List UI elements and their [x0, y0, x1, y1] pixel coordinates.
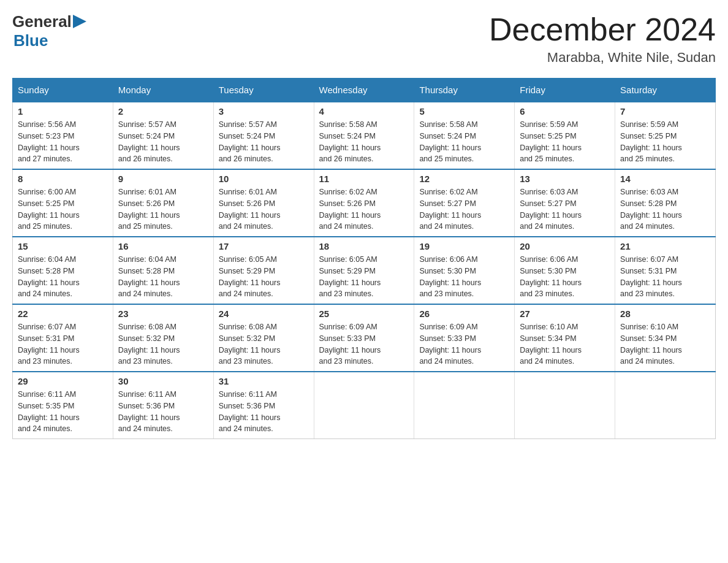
day-number: 2	[118, 106, 208, 117]
week-row-3: 15 Sunrise: 6:04 AM Sunset: 5:28 PM Dayl…	[13, 237, 716, 304]
calendar-cell: 25 Sunrise: 6:09 AM Sunset: 5:33 PM Dayl…	[314, 304, 414, 372]
calendar-cell: 13 Sunrise: 6:03 AM Sunset: 5:27 PM Dayl…	[515, 169, 615, 237]
day-info: Sunrise: 5:59 AM Sunset: 5:25 PM Dayligh…	[520, 119, 610, 165]
calendar-cell: 10 Sunrise: 6:01 AM Sunset: 5:26 PM Dayl…	[213, 169, 314, 237]
day-number: 7	[620, 106, 710, 117]
day-info: Sunrise: 6:11 AM Sunset: 5:36 PM Dayligh…	[118, 389, 208, 435]
page-header: General Blue December 2024 Marabba, Whit…	[12, 12, 716, 66]
location-subtitle: Marabba, White Nile, Sudan	[489, 50, 716, 66]
calendar-cell: 22 Sunrise: 6:07 AM Sunset: 5:31 PM Dayl…	[13, 304, 113, 372]
day-number: 20	[520, 241, 610, 251]
day-number: 16	[118, 241, 208, 251]
day-number: 9	[118, 174, 208, 184]
header-monday: Monday	[113, 79, 213, 102]
day-number: 15	[18, 241, 108, 251]
day-info: Sunrise: 6:05 AM Sunset: 5:29 PM Dayligh…	[319, 254, 409, 300]
day-info: Sunrise: 5:56 AM Sunset: 5:23 PM Dayligh…	[18, 119, 108, 165]
calendar-cell	[314, 372, 414, 439]
day-info: Sunrise: 6:06 AM Sunset: 5:30 PM Dayligh…	[520, 254, 610, 300]
day-number: 10	[219, 174, 309, 184]
calendar-cell: 9 Sunrise: 6:01 AM Sunset: 5:26 PM Dayli…	[113, 169, 213, 237]
day-number: 25	[319, 308, 409, 319]
day-info: Sunrise: 6:01 AM Sunset: 5:26 PM Dayligh…	[219, 186, 309, 232]
day-number: 30	[118, 376, 208, 386]
day-number: 13	[520, 174, 610, 184]
svg-marker-0	[73, 15, 86, 28]
day-info: Sunrise: 6:11 AM Sunset: 5:36 PM Dayligh…	[219, 389, 309, 435]
day-number: 27	[520, 308, 610, 319]
calendar-cell: 20 Sunrise: 6:06 AM Sunset: 5:30 PM Dayl…	[515, 237, 615, 304]
calendar-cell	[515, 372, 615, 439]
calendar-cell: 21 Sunrise: 6:07 AM Sunset: 5:31 PM Dayl…	[615, 237, 716, 304]
day-number: 3	[219, 106, 309, 117]
day-info: Sunrise: 6:10 AM Sunset: 5:34 PM Dayligh…	[520, 321, 610, 367]
day-number: 29	[18, 376, 108, 386]
calendar-cell: 19 Sunrise: 6:06 AM Sunset: 5:30 PM Dayl…	[414, 237, 515, 304]
week-row-4: 22 Sunrise: 6:07 AM Sunset: 5:31 PM Dayl…	[13, 304, 716, 372]
calendar-cell: 8 Sunrise: 6:00 AM Sunset: 5:25 PM Dayli…	[13, 169, 113, 237]
calendar-cell: 26 Sunrise: 6:09 AM Sunset: 5:33 PM Dayl…	[414, 304, 515, 372]
day-info: Sunrise: 6:01 AM Sunset: 5:26 PM Dayligh…	[118, 186, 208, 232]
day-info: Sunrise: 6:02 AM Sunset: 5:27 PM Dayligh…	[419, 186, 509, 232]
month-year-title: December 2024	[489, 12, 716, 47]
week-row-5: 29 Sunrise: 6:11 AM Sunset: 5:35 PM Dayl…	[13, 372, 716, 439]
day-info: Sunrise: 6:08 AM Sunset: 5:32 PM Dayligh…	[118, 321, 208, 367]
week-row-1: 1 Sunrise: 5:56 AM Sunset: 5:23 PM Dayli…	[13, 102, 716, 169]
header-thursday: Thursday	[414, 79, 515, 102]
day-info: Sunrise: 6:03 AM Sunset: 5:27 PM Dayligh…	[520, 186, 610, 232]
day-number: 18	[319, 241, 409, 251]
calendar-cell: 11 Sunrise: 6:02 AM Sunset: 5:26 PM Dayl…	[314, 169, 414, 237]
calendar-cell: 14 Sunrise: 6:03 AM Sunset: 5:28 PM Dayl…	[615, 169, 716, 237]
calendar-cell: 3 Sunrise: 5:57 AM Sunset: 5:24 PM Dayli…	[213, 102, 314, 169]
day-info: Sunrise: 6:02 AM Sunset: 5:26 PM Dayligh…	[319, 186, 409, 232]
day-number: 23	[118, 308, 208, 319]
day-info: Sunrise: 6:00 AM Sunset: 5:25 PM Dayligh…	[18, 186, 108, 232]
day-info: Sunrise: 6:08 AM Sunset: 5:32 PM Dayligh…	[219, 321, 309, 367]
day-info: Sunrise: 5:57 AM Sunset: 5:24 PM Dayligh…	[219, 119, 309, 165]
header-tuesday: Tuesday	[213, 79, 314, 102]
header-friday: Friday	[515, 79, 615, 102]
calendar-cell: 15 Sunrise: 6:04 AM Sunset: 5:28 PM Dayl…	[13, 237, 113, 304]
calendar-cell: 18 Sunrise: 6:05 AM Sunset: 5:29 PM Dayl…	[314, 237, 414, 304]
day-number: 4	[319, 106, 409, 117]
day-info: Sunrise: 6:04 AM Sunset: 5:28 PM Dayligh…	[18, 254, 108, 300]
logo: General Blue	[12, 12, 86, 50]
calendar-cell: 27 Sunrise: 6:10 AM Sunset: 5:34 PM Dayl…	[515, 304, 615, 372]
day-info: Sunrise: 6:05 AM Sunset: 5:29 PM Dayligh…	[219, 254, 309, 300]
day-info: Sunrise: 6:06 AM Sunset: 5:30 PM Dayligh…	[419, 254, 509, 300]
logo-arrow-icon	[73, 15, 86, 28]
day-number: 6	[520, 106, 610, 117]
calendar-cell: 31 Sunrise: 6:11 AM Sunset: 5:36 PM Dayl…	[213, 372, 314, 439]
day-number: 19	[419, 241, 509, 251]
calendar-cell: 1 Sunrise: 5:56 AM Sunset: 5:23 PM Dayli…	[13, 102, 113, 169]
calendar-table: SundayMondayTuesdayWednesdayThursdayFrid…	[12, 78, 716, 439]
header-saturday: Saturday	[615, 79, 716, 102]
day-number: 12	[419, 174, 509, 184]
day-number: 1	[18, 106, 108, 117]
day-number: 17	[219, 241, 309, 251]
day-number: 22	[18, 308, 108, 319]
day-number: 8	[18, 174, 108, 184]
header-wednesday: Wednesday	[314, 79, 414, 102]
calendar-cell: 23 Sunrise: 6:08 AM Sunset: 5:32 PM Dayl…	[113, 304, 213, 372]
calendar-cell: 28 Sunrise: 6:10 AM Sunset: 5:34 PM Dayl…	[615, 304, 716, 372]
day-number: 21	[620, 241, 710, 251]
day-info: Sunrise: 6:11 AM Sunset: 5:35 PM Dayligh…	[18, 389, 108, 435]
day-info: Sunrise: 5:58 AM Sunset: 5:24 PM Dayligh…	[319, 119, 409, 165]
day-number: 5	[419, 106, 509, 117]
calendar-cell: 6 Sunrise: 5:59 AM Sunset: 5:25 PM Dayli…	[515, 102, 615, 169]
header-sunday: Sunday	[13, 79, 113, 102]
day-info: Sunrise: 6:03 AM Sunset: 5:28 PM Dayligh…	[620, 186, 710, 232]
calendar-cell: 24 Sunrise: 6:08 AM Sunset: 5:32 PM Dayl…	[213, 304, 314, 372]
calendar-cell	[414, 372, 515, 439]
logo-general-text: General	[12, 12, 72, 31]
calendar-cell: 17 Sunrise: 6:05 AM Sunset: 5:29 PM Dayl…	[213, 237, 314, 304]
week-row-2: 8 Sunrise: 6:00 AM Sunset: 5:25 PM Dayli…	[13, 169, 716, 237]
calendar-cell: 4 Sunrise: 5:58 AM Sunset: 5:24 PM Dayli…	[314, 102, 414, 169]
calendar-cell	[615, 372, 716, 439]
title-block: December 2024 Marabba, White Nile, Sudan	[489, 12, 716, 66]
day-number: 24	[219, 308, 309, 319]
day-number: 26	[419, 308, 509, 319]
day-number: 28	[620, 308, 710, 319]
calendar-cell: 29 Sunrise: 6:11 AM Sunset: 5:35 PM Dayl…	[13, 372, 113, 439]
